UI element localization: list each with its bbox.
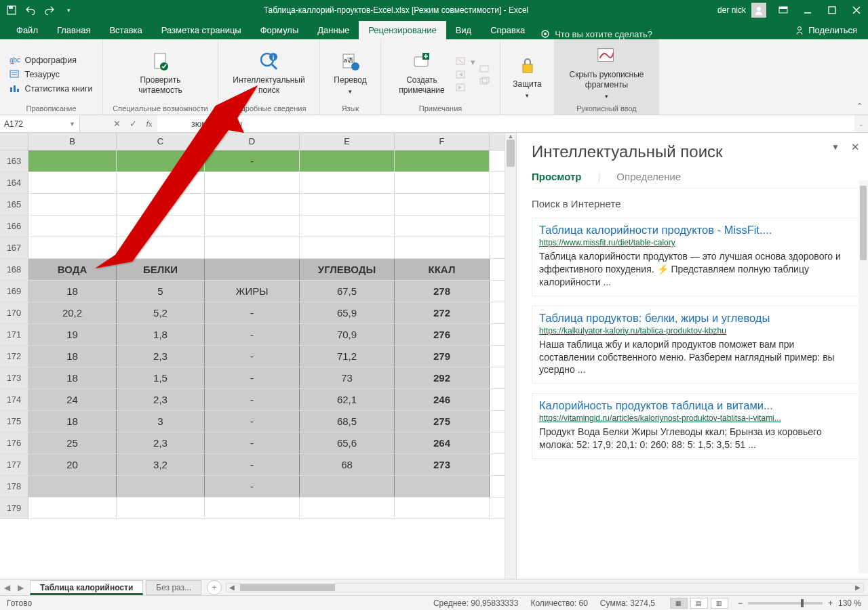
- row-header[interactable]: 170: [0, 302, 28, 323]
- row-header[interactable]: 179: [0, 497, 28, 518]
- search-result[interactable]: Калорийность продуктов таблица и витами.…: [532, 393, 860, 459]
- spelling-item[interactable]: abcОрфография: [9, 54, 92, 66]
- cell[interactable]: [117, 497, 205, 518]
- scrollbar-thumb[interactable]: [507, 140, 515, 167]
- cell[interactable]: [117, 237, 205, 258]
- cell[interactable]: [28, 216, 117, 237]
- search-result[interactable]: Таблица продуктов: белки, жиры и углевод…: [532, 306, 860, 384]
- vertical-scrollbar[interactable]: ▲: [505, 133, 516, 579]
- sheet-tab[interactable]: Без раз...: [146, 580, 201, 595]
- row-header[interactable]: 176: [0, 432, 28, 453]
- cell[interactable]: 65,6: [300, 432, 395, 453]
- zoom-level[interactable]: 130 %: [838, 598, 861, 608]
- cell[interactable]: [395, 216, 490, 237]
- cell[interactable]: ВОДА: [28, 259, 117, 280]
- undo-icon[interactable]: [24, 4, 37, 16]
- zoom-in-button[interactable]: +: [828, 598, 833, 608]
- sheet-nav-prev-icon[interactable]: ◀: [0, 583, 14, 592]
- tab-вставка[interactable]: Вставка: [100, 21, 151, 39]
- cell[interactable]: ККАЛ: [395, 259, 490, 280]
- cell[interactable]: 279: [395, 346, 490, 367]
- cell[interactable]: 68: [300, 454, 395, 475]
- add-sheet-button[interactable]: +: [207, 580, 222, 595]
- tab-формулы[interactable]: Формулы: [251, 21, 309, 39]
- result-title[interactable]: Калорийность продуктов таблица и витами.…: [539, 399, 852, 412]
- cell[interactable]: -: [205, 432, 300, 453]
- tab-данные[interactable]: Данные: [308, 21, 359, 39]
- cell[interactable]: [28, 476, 117, 497]
- cell[interactable]: -: [205, 324, 300, 345]
- cell[interactable]: 2,3: [117, 346, 205, 367]
- row-header[interactable]: 168: [0, 259, 28, 280]
- cell[interactable]: [205, 497, 300, 518]
- cell[interactable]: 5: [117, 281, 205, 302]
- cell[interactable]: [395, 497, 490, 518]
- cell[interactable]: [205, 194, 300, 215]
- hide-ink-button[interactable]: Скрыть рукописные фрагменты▾: [560, 43, 654, 103]
- show-comment-button[interactable]: [479, 63, 490, 74]
- cell[interactable]: -: [205, 346, 300, 367]
- redo-icon[interactable]: [43, 4, 56, 16]
- translate-button[interactable]: a语 Перевод▾: [326, 48, 376, 98]
- row-header[interactable]: 163: [0, 150, 28, 171]
- horizontal-scrollbar[interactable]: ◀ ▶: [226, 583, 864, 592]
- select-all-corner[interactable]: [0, 133, 28, 150]
- cell[interactable]: [28, 172, 117, 193]
- cell[interactable]: 3,2: [117, 454, 205, 475]
- cell[interactable]: -: [205, 476, 300, 497]
- cell[interactable]: [205, 237, 300, 258]
- formula-input[interactable]: зюм кишмиш: [157, 115, 854, 132]
- cell[interactable]: [28, 497, 117, 518]
- cell[interactable]: 65,9: [300, 302, 395, 323]
- zoom-slider[interactable]: [748, 602, 823, 605]
- pane-close-icon[interactable]: ✕: [851, 141, 860, 153]
- tab-справка[interactable]: Справка: [481, 21, 534, 39]
- cell[interactable]: 264: [395, 432, 490, 453]
- cell[interactable]: 1,5: [117, 367, 205, 388]
- cell[interactable]: 275: [395, 411, 490, 432]
- row-header[interactable]: 177: [0, 454, 28, 475]
- cell[interactable]: [300, 172, 395, 193]
- result-url[interactable]: https://vitamingid.ru/articles/kaloriyno…: [539, 413, 852, 423]
- cell[interactable]: [395, 194, 490, 215]
- delete-comment-button[interactable]: ▾: [456, 56, 475, 68]
- pane-tab-define[interactable]: Определение: [616, 171, 681, 182]
- pane-scrollbar[interactable]: [859, 180, 868, 573]
- cell[interactable]: 20: [28, 454, 117, 475]
- cell[interactable]: [300, 237, 395, 258]
- cell[interactable]: [395, 476, 490, 497]
- cell[interactable]: 5,2: [117, 302, 205, 323]
- page-break-view-icon[interactable]: ▥: [711, 598, 728, 609]
- cell[interactable]: [28, 150, 117, 171]
- search-result[interactable]: Таблица калорийности продуктов - MissFit…: [532, 218, 860, 296]
- cell[interactable]: -: [205, 411, 300, 432]
- smart-lookup-button[interactable]: i Интеллектуальный поиск: [235, 48, 303, 98]
- column-header[interactable]: E: [300, 133, 395, 150]
- next-comment-button[interactable]: [456, 83, 475, 94]
- spelling-item[interactable]: Тезаурус: [9, 68, 92, 81]
- cell[interactable]: -: [205, 454, 300, 475]
- row-header[interactable]: 174: [0, 389, 28, 410]
- cell[interactable]: -: [205, 150, 300, 171]
- cell[interactable]: 18: [28, 281, 117, 302]
- tab-разметка страницы[interactable]: Разметка страницы: [152, 21, 251, 39]
- cell[interactable]: 73: [300, 367, 395, 388]
- enter-icon[interactable]: ✓: [125, 115, 141, 132]
- cell[interactable]: [117, 194, 205, 215]
- cell[interactable]: [300, 194, 395, 215]
- normal-view-icon[interactable]: ▦: [670, 598, 688, 609]
- cell[interactable]: 2,3: [117, 389, 205, 410]
- result-title[interactable]: Таблица продуктов: белки, жиры и углевод…: [539, 312, 852, 325]
- check-readability-button[interactable]: Проверить читаемость: [127, 48, 195, 98]
- result-url[interactable]: https://kalkulyator-kaloriy.ru/tablica-p…: [539, 326, 852, 336]
- sheet-tab-active[interactable]: Таблица калорийности: [30, 580, 143, 595]
- cell[interactable]: [117, 172, 205, 193]
- cell[interactable]: 71,2: [300, 346, 395, 367]
- page-layout-view-icon[interactable]: ▤: [690, 598, 708, 609]
- cell[interactable]: [117, 476, 205, 497]
- cell[interactable]: 20,2: [28, 302, 117, 323]
- cell[interactable]: [117, 216, 205, 237]
- cell[interactable]: 246: [395, 389, 490, 410]
- cell[interactable]: 18: [28, 346, 117, 367]
- row-header[interactable]: 178: [0, 476, 28, 497]
